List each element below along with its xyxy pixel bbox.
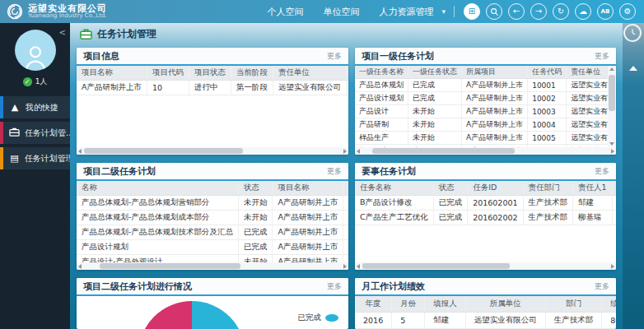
table-row[interactable]: 产品总体规划已完成A产品研制并上市10001远望实业有限公司营销管理部、成本管 [355,79,616,92]
scroll-right-arrow[interactable] [341,147,348,155]
table-cell: 已完成 [238,225,273,240]
scroll-right-arrow[interactable] [609,147,616,155]
table-row[interactable]: 20165邹建远望实业有限公司生产技术部86.8 [355,313,616,329]
legend-label: 已完成 [298,313,322,323]
scrollbar-thumb[interactable] [100,263,241,269]
table-cell: 产品总体规划-产品总体规划技术部分及汇总 [77,225,238,240]
table-row[interactable]: 产品设计-产品外观设计未开始A产品研制并上市10003001否否设计 [77,255,348,263]
table-row[interactable]: 产品设计规划已完成A产品研制并上市10002远望实业有限公司生产技术部 [355,92,616,105]
table-cell: 未开始 [238,255,273,263]
sidebar-item-label: 任务计划管理 [25,153,70,164]
top-nav: 个人空间 单位空间 人力资源管理 ▾ [267,6,446,18]
forward-icon[interactable]: → [530,3,547,20]
clock-icon[interactable] [623,24,642,42]
sidebar-item-task-plan-mgmt-2[interactable]: ▤ 任务计划管理 [0,147,70,169]
refresh-icon[interactable]: ↻ [553,3,569,20]
divider [454,6,455,17]
table-cell: 汤俊涛 [347,81,349,95]
scroll-left-arrow[interactable] [355,262,362,270]
table-cell: A产品研制并上市 [462,145,528,148]
table-cell: 已完成 [408,92,462,105]
cloud-icon[interactable]: ☁ [575,3,591,20]
column-header: 一级任务名称 [355,66,408,79]
table-row[interactable]: A产品研制并上市10进行中第一阶段远望实业有限公司汤俊涛2016-05-2041… [77,81,348,95]
apps-icon[interactable]: ⊞ [464,3,480,20]
scrollbar-thumb[interactable] [372,148,515,154]
table-cell: A产品研制并上市 [462,132,528,145]
column-header: 责任人2 [612,181,616,196]
horizontal-scrollbar [77,262,348,270]
table-cell [612,196,616,211]
table-row[interactable]: 样品生产未开始A产品研制并上市10005远望实业有限公司生产技术部 [355,132,616,145]
table-row[interactable]: 产品研制未开始A产品研制并上市10004远望实业有限公司生产技术部 [355,118,616,132]
table-cell: 进行中 [189,81,231,95]
nav-personal-space[interactable]: 个人空间 [267,6,303,18]
sidebar: < ✓ 1人 ▲ 我的快捷 任务计划管... ▤ 任务计划管理 [0,23,70,329]
settings-gear-icon[interactable]: ⚙ [619,3,636,20]
column-header: 任务代码 [528,66,567,79]
more-link[interactable]: 更多 [327,281,342,292]
scroll-up-arrow[interactable] [608,66,616,73]
scroll-left-arrow[interactable] [77,262,84,270]
table-row[interactable]: 样品评审未开始A产品研制并上市10006远望实业有限公司营销管理部、成本管 [355,145,616,148]
table-cell: 2016 [355,313,392,329]
column-header: 责任人1 [573,181,613,196]
column-header: 总负责人 [347,66,349,81]
table-cell: 10 [147,81,189,95]
table-row[interactable]: 产品总体规划-产品总体规划营销部分未开始A产品研制并上市10001001否否营销 [77,196,348,211]
back-icon[interactable]: ← [508,3,525,20]
table-row[interactable]: 产品设计规划已完成A产品研制并上市10002001是是生产 [77,240,348,255]
scrollbar-track[interactable] [362,263,609,269]
horizontal-scrollbar [355,147,616,155]
scrollbar-thumb[interactable] [84,148,243,154]
more-link[interactable]: 更多 [327,51,342,62]
nav-hr-management[interactable]: 人力资源管理 [379,6,433,18]
table-cell: 已完成 [238,240,273,255]
more-link[interactable]: 更多 [595,166,609,177]
search-icon[interactable] [486,3,502,20]
scroll-left-arrow[interactable] [355,147,362,155]
scrollbar-track[interactable] [84,148,341,154]
more-link[interactable]: 更多 [595,281,609,292]
table-row[interactable]: 产品总体规划-产品总体规划技术部分及汇总已完成A产品研制并上市10001003是… [77,225,348,240]
column-header: 状态 [238,181,273,196]
table-cell: 10001 [528,79,567,92]
scroll-down-arrow[interactable] [608,140,616,147]
table-row[interactable]: B产品设计修改已完成201602001生产技术部邹建2016-06-012016… [355,196,616,211]
legend-item-completed: 已完成 [298,313,339,323]
table-cell: 未开始 [408,105,462,118]
avatar[interactable] [15,30,56,71]
table-cell: 样品评审 [355,145,408,148]
column-header: 项目名称 [77,66,147,81]
company-logo: 远望实业有限公司 Yuanwang Industry Co.,Ltd. [0,3,107,20]
table-cell: 邹建 [425,313,466,329]
scrollbar-track[interactable] [608,73,616,140]
scroll-right-arrow[interactable] [609,262,616,270]
language-ab-icon[interactable]: AB [597,3,614,20]
scrollbar-thumb[interactable] [362,263,510,269]
table-row[interactable]: C产品生产工艺优化已完成201602002生产技术部柳基瑞2016-06-132… [355,211,616,225]
sidebar-item-my-shortcuts[interactable]: ▲ 我的快捷 [0,96,70,118]
column-header: 任务ID [343,181,348,196]
table-cell: 未开始 [408,145,462,148]
level2-tasks-table: 名称状态项目名称任务ID关键节点里程碑责任产品总体规划-产品总体规划营销部分未开… [77,181,348,262]
scroll-right-arrow[interactable] [341,262,348,270]
page-scroll-up-arrow[interactable] [629,66,637,71]
nav-unit-space[interactable]: 单位空间 [323,6,359,18]
table-cell: A产品研制并上市 [462,118,528,132]
scrollbar-track[interactable] [362,148,609,154]
table-row[interactable]: 产品总体规划-产品总体规划成本部分未开始A产品研制并上市10001002否否成本 [77,211,348,225]
column-header: 当前阶段 [231,66,273,81]
scroll-left-arrow[interactable] [77,147,84,155]
scrollbar-track[interactable] [84,263,341,269]
sidebar-item-task-plan-mgmt-1[interactable]: 任务计划管... [0,122,70,144]
table-cell: 产品设计规划 [355,92,408,105]
more-link[interactable]: 更多 [327,166,342,177]
sidebar-collapse-icon[interactable]: < [59,28,66,37]
more-link[interactable]: 更多 [595,51,609,62]
check-icon: ✓ [23,77,32,86]
table-row[interactable]: 产品设计未开始A产品研制并上市10003远望实业有限公司生产技术部 [355,105,616,118]
scrollbar-thumb[interactable] [609,75,615,112]
page-scrollbar-gutter [623,23,644,329]
table-cell: 生产技术部 [545,313,602,329]
